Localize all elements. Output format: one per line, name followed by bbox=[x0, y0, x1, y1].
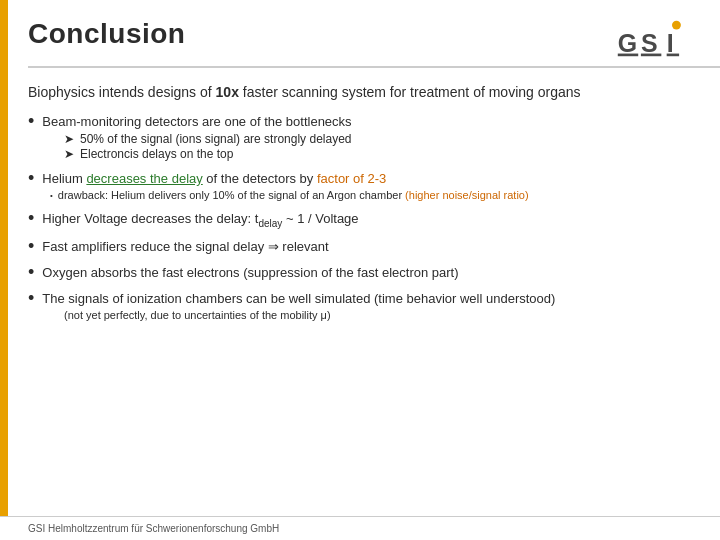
header: Conclusion G S I bbox=[0, 0, 720, 66]
sub-sub-bullet-2-1: • drawback: Helium delivers only 10% of … bbox=[50, 189, 690, 201]
bullet-dot-2: • bbox=[28, 169, 34, 187]
main-bullet-6: • The signals of ionization chambers can… bbox=[28, 291, 690, 307]
intro-text: Biophysics intends designs of 10x faster… bbox=[28, 84, 690, 100]
bullet-section-3: • Higher Voltage decreases the delay: td… bbox=[28, 211, 690, 229]
page-title: Conclusion bbox=[28, 18, 185, 50]
intro-bold: 10x bbox=[216, 84, 239, 100]
footer: GSI Helmholtzzentrum für Schwerionenfors… bbox=[0, 516, 720, 540]
svg-text:S: S bbox=[641, 29, 658, 57]
bullet-section-5: • Oxygen absorbs the fast electrons (sup… bbox=[28, 265, 690, 281]
bullet-dot-5: • bbox=[28, 263, 34, 281]
arrow-1-2: ➤ bbox=[64, 147, 74, 161]
bullet-dot-1: • bbox=[28, 112, 34, 130]
main-bullet-3: • Higher Voltage decreases the delay: td… bbox=[28, 211, 690, 229]
main-bullet-5: • Oxygen absorbs the fast electrons (sup… bbox=[28, 265, 690, 281]
bullet-text-3: Higher Voltage decreases the delay: tdel… bbox=[42, 211, 358, 229]
bullet-section-6: • The signals of ionization chambers can… bbox=[28, 291, 690, 321]
sub-sub-text-2-1: drawback: Helium delivers only 10% of th… bbox=[58, 189, 529, 201]
sub-bullet-text-1-1: 50% of the signal (ions signal) are stro… bbox=[80, 132, 352, 146]
bullet-text-2: Helium decreases the delay of the detect… bbox=[42, 171, 386, 186]
orange-text-2: factor of 2-3 bbox=[317, 171, 386, 186]
bullet-text-5: Oxygen absorbs the fast electrons (suppr… bbox=[42, 265, 458, 280]
intro-text-pre: Biophysics intends designs of bbox=[28, 84, 216, 100]
svg-rect-5 bbox=[641, 54, 661, 57]
footer-text: GSI Helmholtzzentrum für Schwerionenfors… bbox=[28, 523, 279, 534]
subscript-delay: delay bbox=[258, 218, 282, 229]
bullet-dot-6: • bbox=[28, 289, 34, 307]
intro-text-post: faster scanning system for treatment of … bbox=[239, 84, 581, 100]
main-bullet-2: • Helium decreases the delay of the dete… bbox=[28, 171, 690, 187]
bullet-text-6: The signals of ionization chambers can b… bbox=[42, 291, 555, 306]
green-text-2: decreases the delay bbox=[86, 171, 202, 186]
dot-2-1: • bbox=[50, 191, 53, 200]
bullet-text-1: Beam-monitoring detectors are one of the… bbox=[42, 114, 351, 129]
main-bullet-4: • Fast amplifiers reduce the signal dela… bbox=[28, 239, 690, 255]
logo-svg: G S I bbox=[616, 18, 696, 58]
left-accent-bar bbox=[0, 0, 8, 540]
orange-sub-text-2: (higher noise/signal ratio) bbox=[405, 189, 529, 201]
svg-text:G: G bbox=[618, 29, 637, 57]
bullet-dot-3: • bbox=[28, 209, 34, 227]
bullet-section-1: • Beam-monitoring detectors are one of t… bbox=[28, 114, 690, 161]
arrow-1-1: ➤ bbox=[64, 132, 74, 146]
sub-sub-bullets-2: • drawback: Helium delivers only 10% of … bbox=[50, 189, 690, 201]
gsi-logo: G S I bbox=[616, 18, 696, 58]
svg-rect-4 bbox=[618, 54, 638, 57]
bullet-section-4: • Fast amplifiers reduce the signal dela… bbox=[28, 239, 690, 255]
main-content: Biophysics intends designs of 10x faster… bbox=[0, 68, 720, 321]
bullet-6-subnote: (not yet perfectly, due to uncertainties… bbox=[64, 309, 690, 321]
svg-rect-6 bbox=[667, 54, 679, 57]
sub-bullet-text-1-2: Electroncis delays on the top bbox=[80, 147, 233, 161]
sub-bullets-1: ➤ 50% of the signal (ions signal) are st… bbox=[64, 132, 690, 161]
sub-bullet-1-2: ➤ Electroncis delays on the top bbox=[64, 147, 690, 161]
bullet-section-2: • Helium decreases the delay of the dete… bbox=[28, 171, 690, 201]
svg-text:I: I bbox=[667, 29, 674, 57]
bullet-text-4: Fast amplifiers reduce the signal delay … bbox=[42, 239, 328, 254]
sub-bullet-1-1: ➤ 50% of the signal (ions signal) are st… bbox=[64, 132, 690, 146]
bullet-dot-4: • bbox=[28, 237, 34, 255]
main-bullet-1: • Beam-monitoring detectors are one of t… bbox=[28, 114, 690, 130]
